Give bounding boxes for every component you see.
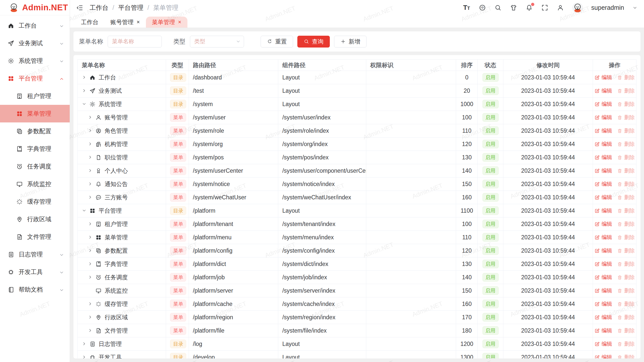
edit-button[interactable]: 编辑: [594, 354, 612, 358]
edit-button[interactable]: 编辑: [594, 260, 612, 267]
expand-row-icon[interactable]: [82, 75, 89, 80]
tab-workbench[interactable]: 工作台: [75, 17, 104, 28]
expand-row-icon[interactable]: [82, 341, 89, 346]
chevron-down-icon[interactable]: [632, 5, 637, 10]
expand-row-icon[interactable]: [88, 142, 95, 147]
sidebar-item-system-mgmt[interactable]: 系统管理: [0, 52, 70, 70]
sidebar-item-file-mgmt[interactable]: 文件管理: [0, 228, 70, 246]
edit-button[interactable]: 编辑: [594, 87, 612, 94]
delete-button[interactable]: 删除: [617, 234, 635, 241]
edit-button[interactable]: 编辑: [594, 207, 612, 214]
logo[interactable]: Admin.NET: [0, 0, 70, 15]
edit-button[interactable]: 编辑: [594, 327, 612, 334]
delete-button[interactable]: 删除: [617, 74, 635, 81]
delete-button[interactable]: 删除: [617, 207, 635, 214]
sidebar-item-cache-mgmt[interactable]: 缓存管理: [0, 193, 70, 210]
delete-button[interactable]: 删除: [617, 87, 635, 94]
delete-button[interactable]: 删除: [617, 287, 635, 294]
expand-row-icon[interactable]: [88, 182, 95, 187]
expand-row-icon[interactable]: [88, 195, 95, 200]
expand-row-icon[interactable]: [88, 128, 95, 133]
edit-button[interactable]: 编辑: [594, 234, 612, 241]
breadcrumb-item[interactable]: 工作台: [90, 4, 108, 12]
reset-button[interactable]: 重置: [261, 36, 293, 48]
edit-button[interactable]: 编辑: [594, 180, 612, 188]
breadcrumb-item[interactable]: 平台管理: [118, 4, 143, 12]
tab-account-mgmt[interactable]: 账号管理×: [104, 17, 146, 28]
edit-button[interactable]: 编辑: [594, 154, 612, 161]
bell-icon[interactable]: [526, 4, 533, 11]
delete-button[interactable]: 删除: [617, 340, 635, 347]
sidebar-item-param-config[interactable]: 参数配置: [0, 122, 70, 140]
delete-button[interactable]: 删除: [617, 194, 635, 201]
delete-button[interactable]: 删除: [617, 180, 635, 188]
delete-button[interactable]: 删除: [617, 354, 635, 358]
delete-button[interactable]: 删除: [617, 247, 635, 254]
fullscreen-icon[interactable]: [541, 4, 548, 11]
edit-button[interactable]: 编辑: [594, 194, 612, 201]
expand-row-icon[interactable]: [82, 355, 89, 358]
expand-row-icon[interactable]: [88, 155, 95, 160]
edit-button[interactable]: 编辑: [594, 340, 612, 347]
delete-button[interactable]: 删除: [617, 260, 635, 267]
collapse-sidebar-icon[interactable]: [76, 4, 84, 12]
edit-button[interactable]: 编辑: [594, 114, 612, 121]
expand-row-icon[interactable]: [88, 248, 95, 253]
delete-button[interactable]: 删除: [617, 154, 635, 161]
language-icon[interactable]: 中: [479, 4, 486, 11]
font-size-icon[interactable]: TT: [463, 4, 470, 11]
delete-button[interactable]: 删除: [617, 101, 635, 108]
sidebar-item-log-mgmt[interactable]: 日志管理: [0, 246, 70, 263]
expand-row-icon[interactable]: [88, 235, 95, 240]
edit-button[interactable]: 编辑: [594, 127, 612, 134]
sidebar-item-dev-tools[interactable]: 开发工具: [0, 263, 70, 281]
delete-button[interactable]: 删除: [617, 167, 635, 174]
sidebar-item-business-test[interactable]: 业务测试: [0, 34, 70, 52]
expand-row-icon[interactable]: [88, 115, 95, 120]
username[interactable]: superadmin: [591, 4, 624, 11]
sidebar-item-platform-mgmt[interactable]: 平台管理: [0, 70, 70, 87]
type-select[interactable]: 类型: [190, 36, 244, 48]
expand-row-icon[interactable]: [88, 328, 95, 333]
delete-button[interactable]: 删除: [617, 300, 635, 307]
delete-button[interactable]: 删除: [617, 327, 635, 334]
edit-button[interactable]: 编辑: [594, 220, 612, 228]
sidebar-item-tenant-mgmt[interactable]: 租户管理: [0, 87, 70, 105]
collapse-row-icon[interactable]: [82, 208, 89, 213]
sidebar-item-system-monitor[interactable]: 系统监控: [0, 175, 70, 193]
search-icon[interactable]: [494, 4, 502, 11]
menu-name-input[interactable]: [108, 36, 162, 48]
tab-menu-mgmt[interactable]: 菜单管理×: [146, 17, 187, 28]
edit-button[interactable]: 编辑: [594, 101, 612, 108]
edit-button[interactable]: 编辑: [594, 287, 612, 294]
sidebar-item-workbench[interactable]: 工作台: [0, 17, 70, 34]
collapse-row-icon[interactable]: [82, 102, 89, 107]
user-icon[interactable]: [557, 4, 564, 11]
theme-icon[interactable]: [510, 4, 517, 11]
expand-row-icon[interactable]: [82, 88, 89, 93]
avatar[interactable]: [572, 3, 583, 13]
add-button[interactable]: 新增: [334, 36, 367, 48]
edit-button[interactable]: 编辑: [594, 274, 612, 281]
delete-button[interactable]: 删除: [617, 114, 635, 121]
expand-row-icon[interactable]: [88, 315, 95, 320]
expand-row-icon[interactable]: [88, 221, 95, 227]
search-button[interactable]: 查询: [297, 36, 330, 48]
expand-row-icon[interactable]: [88, 275, 95, 280]
close-icon[interactable]: ×: [178, 19, 181, 25]
edit-button[interactable]: 编辑: [594, 74, 612, 81]
edit-button[interactable]: 编辑: [594, 300, 612, 307]
sidebar-item-job-schedule[interactable]: 任务调度: [0, 158, 70, 175]
delete-button[interactable]: 删除: [617, 220, 635, 228]
close-icon[interactable]: ×: [137, 19, 140, 25]
expand-row-icon[interactable]: [88, 301, 95, 306]
sidebar-item-dict-mgmt[interactable]: 字典管理: [0, 140, 70, 158]
edit-button[interactable]: 编辑: [594, 141, 612, 148]
delete-button[interactable]: 删除: [617, 314, 635, 321]
sidebar-item-menu-mgmt[interactable]: 菜单管理: [0, 105, 70, 122]
sidebar-item-help-docs[interactable]: 帮助文档: [0, 281, 70, 298]
delete-button[interactable]: 删除: [617, 127, 635, 134]
delete-button[interactable]: 删除: [617, 274, 635, 281]
sidebar-item-region[interactable]: 行政区域: [0, 210, 70, 228]
expand-row-icon[interactable]: [88, 168, 95, 173]
